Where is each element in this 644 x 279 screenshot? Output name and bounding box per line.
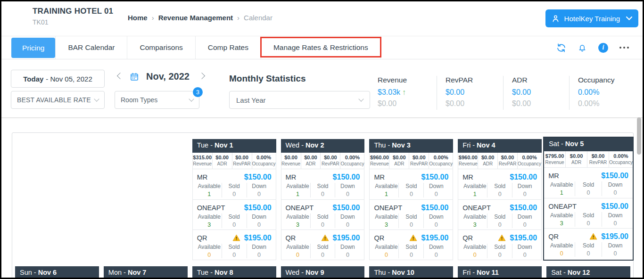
room-stat-value: 0 [602, 189, 628, 196]
day-stat-value: $0.00 [321, 155, 340, 160]
room-row-qr[interactable]: QR$195.00Available0Sold0Down0 [544, 228, 633, 258]
room-stats-row: Available1Sold0Down0 [197, 183, 272, 197]
day-statistics-row: $795.00Revenue$0.00ADR$0.00RevPAR0.00%Oc… [544, 151, 633, 168]
next-month-icon[interactable] [198, 72, 205, 79]
tab-manage-rates-restrictions[interactable]: Manage Rates & Restrictions [261, 36, 381, 59]
statistics-period-dropdown[interactable]: Last Year [229, 91, 370, 109]
room-row-oneapt[interactable]: ONEAPT$150.00Available3Sold0Down0 [281, 199, 364, 230]
breadcrumb-home[interactable]: Home [128, 14, 148, 22]
room-stat-value: 0 [335, 252, 360, 258]
chevron-down-icon [94, 96, 99, 101]
day-header: Fri - Nov 4 [458, 139, 542, 153]
room-type-code: MR [548, 172, 597, 180]
room-stat-label: Down [335, 244, 360, 250]
room-row-mr[interactable]: MR$150.00Available1Sold0Down0 [370, 169, 453, 199]
room-rate[interactable]: $195.00 [244, 234, 272, 242]
hotel-code: TK01 [33, 18, 113, 26]
room-row-mr[interactable]: MR$150.00Available1Sold0Down0 [544, 168, 633, 198]
room-row-oneapt[interactable]: ONEAPT$150.00Available3Sold0Down0 [370, 199, 453, 230]
month-label[interactable]: Nov, 2022 [146, 71, 190, 82]
room-stat-down: Down0 [247, 213, 272, 228]
day-stat-adr: $0.00ADR [565, 151, 587, 167]
empty-day-cell [15, 139, 99, 260]
room-rate[interactable]: $150.00 [510, 204, 537, 212]
room-row-oneapt[interactable]: ONEAPT$150.00Available3Sold0Down0 [544, 198, 633, 228]
room-rate[interactable]: $195.00 [333, 234, 360, 242]
day-card-thu-nov-3: Thu - Nov 3$960.00Revenue$0.00ADR$0.00Re… [369, 139, 453, 260]
app-window: TRAINING HOTEL 01 TK01 Home › Revenue Ma… [0, 0, 644, 279]
day-stat-revenue: $960.00Revenue [370, 153, 389, 169]
room-stat-available: Available0 [462, 244, 487, 258]
room-row-qr[interactable]: QR$195.00Available0Sold0Down0 [370, 230, 453, 260]
room-row-qr[interactable]: QR$195.00Available0Sold0Down0 [281, 230, 364, 260]
warning-icon [409, 234, 417, 241]
room-stat-label: Available [197, 183, 222, 189]
room-row-oneapt[interactable]: ONEAPT$150.00Available3Sold0Down0 [458, 199, 541, 230]
refresh-icon[interactable] [556, 43, 566, 53]
empty-day-cell [104, 139, 188, 260]
room-stat-value: 1 [374, 191, 398, 197]
room-stat-value: 0 [311, 222, 335, 228]
room-row-top: MR$150.00 [286, 172, 360, 182]
tab-pricing[interactable]: Pricing [11, 38, 55, 58]
room-types-dropdown[interactable]: Room Types 3 [115, 91, 199, 109]
room-stat-label: Available [462, 244, 487, 250]
tab-bar-calendar[interactable]: BAR Calendar [55, 36, 127, 59]
room-rate[interactable]: $150.00 [421, 173, 448, 181]
day-stat-label: Occupancy [518, 161, 541, 166]
room-row-qr[interactable]: QR$195.00Available0Sold0Down0 [458, 230, 541, 260]
previous-month-icon[interactable] [117, 72, 124, 79]
room-stat-value: 0 [512, 191, 537, 197]
month-navigator: Nov, 2022 [118, 71, 204, 82]
day-stat-value: $0.00 [232, 155, 252, 160]
room-stat-value: 0 [424, 222, 448, 228]
tab-comp-rates[interactable]: Comp Rates [196, 36, 261, 59]
info-icon[interactable]: i [598, 43, 608, 53]
breadcrumb-revenue-management[interactable]: Revenue Management [158, 14, 233, 22]
stat-label: ADR [512, 76, 569, 84]
room-stat-value: 0 [462, 252, 487, 258]
room-stat-label: Available [548, 181, 575, 188]
room-rate[interactable]: $150.00 [601, 202, 628, 211]
room-rate[interactable]: $150.00 [421, 204, 448, 212]
today-button[interactable]: Today - Nov 05, 2022 [11, 70, 105, 88]
room-row-top: QR$195.00 [374, 232, 448, 243]
room-stat-label: Down [512, 183, 537, 189]
room-row-oneapt[interactable]: ONEAPT$150.00Available3Sold0Down0 [193, 199, 276, 230]
room-rate[interactable]: $150.00 [601, 172, 628, 180]
room-stat-sold: Sold0 [575, 212, 602, 227]
tab-comparisons[interactable]: Comparisons [127, 36, 195, 59]
room-rate[interactable]: $195.00 [510, 234, 537, 242]
room-rate[interactable]: $150.00 [244, 173, 272, 181]
bell-icon[interactable] [578, 43, 587, 53]
room-rate[interactable]: $195.00 [421, 234, 448, 242]
day-stat-adr: $0.00ADR [478, 153, 497, 169]
room-stat-down: Down0 [512, 244, 537, 258]
rate-plan-dropdown[interactable]: BEST AVAILABLE RATE [11, 91, 105, 109]
day-stat-value: $0.00 [301, 155, 321, 160]
room-stat-label: Down [512, 213, 537, 220]
room-stat-sold: Sold0 [222, 213, 247, 228]
vertical-scrollbar-thumb[interactable] [637, 117, 641, 155]
calendar-icon[interactable] [130, 72, 139, 82]
room-rate[interactable]: $195.00 [601, 232, 628, 241]
filter-section: Today - Nov 05, 2022 BEST AVAILABLE RATE [1, 60, 643, 118]
room-stat-label: Down [335, 183, 360, 189]
room-rate[interactable]: $150.00 [333, 204, 360, 212]
room-stat-label: Sold [222, 213, 247, 220]
room-rate[interactable]: $150.00 [333, 173, 360, 181]
room-row-mr[interactable]: MR$150.00Available1Sold0Down0 [281, 169, 364, 199]
room-row-top: ONEAPT$150.00 [548, 201, 628, 212]
room-rate[interactable]: $150.00 [510, 173, 537, 181]
room-type-code: ONEAPT [197, 204, 240, 212]
room-type-code: QR [548, 233, 589, 240]
room-row-mr[interactable]: MR$150.00Available1Sold0Down0 [193, 169, 276, 199]
room-row-qr[interactable]: QR$195.00Available0Sold0Down0 [193, 230, 276, 260]
room-stat-down: Down0 [512, 183, 537, 197]
room-rate[interactable]: $150.00 [244, 204, 272, 212]
user-menu-button[interactable]: HotelKey Training [545, 9, 638, 27]
hotel-block: TRAINING HOTEL 01 TK01 [33, 7, 113, 26]
more-options-icon[interactable] [619, 47, 629, 49]
day-stat-value: $0.00 [409, 155, 429, 160]
room-row-mr[interactable]: MR$150.00Available1Sold0Down0 [458, 169, 541, 199]
